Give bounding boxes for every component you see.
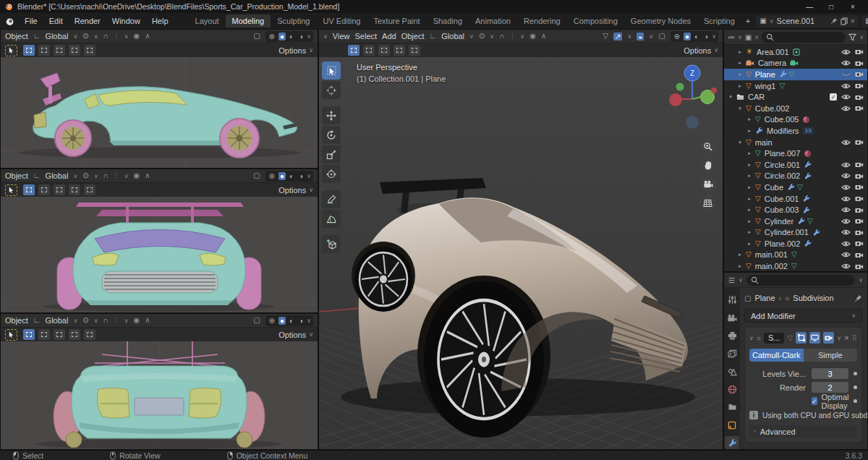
viewport-side[interactable]: Object ∟Global∨⊙∨ ∩⋮∨ ◉∧ ▢ ⊕ ● ◐ ◑ ∨ Opt… — [0, 29, 318, 169]
snap-options-icon[interactable]: ⋮ — [114, 33, 119, 39]
optimal-display-checkbox[interactable]: ✓ — [812, 397, 817, 405]
eye-icon[interactable] — [841, 184, 851, 191]
xray-toggle-icon[interactable]: ▢ — [253, 172, 260, 179]
outliner-item-cylinder.001[interactable]: ▸ ▽Cylinder.001 — [724, 227, 867, 239]
outliner-item-cube.005[interactable]: ▸ ▽Cube.005 — [724, 114, 867, 126]
render-visibility-icon[interactable] — [855, 229, 864, 236]
nav-pan-hand-button[interactable] — [699, 157, 716, 174]
xray-toggle-icon[interactable]: ▢ — [658, 33, 665, 40]
pivot-point-icon[interactable]: ⊙ — [479, 33, 485, 40]
properties-tab-render[interactable] — [725, 312, 739, 325]
snap-magnet-icon[interactable]: ∩ — [103, 172, 109, 179]
expand-arrow-icon[interactable]: ▸ — [736, 263, 744, 269]
nav-camera-view-button[interactable] — [699, 176, 716, 192]
add-modifier-button[interactable]: Add Modifier ∨ — [744, 309, 862, 323]
expand-arrow-icon[interactable]: ▸ — [746, 116, 753, 122]
navigation-gizmo[interactable]: Z — [666, 61, 718, 134]
snap-magnet-icon[interactable]: ∩ — [103, 317, 109, 324]
select-mode-extend[interactable] — [38, 45, 50, 56]
outliner-item-cube.002[interactable]: ▾ ▽Cube.002 — [724, 103, 867, 114]
render-visibility-icon[interactable] — [855, 60, 864, 67]
outliner-item-cube[interactable]: ▸ ▽Cube ▽ — [724, 182, 867, 193]
mode-dropdown[interactable]: Object — [5, 316, 28, 325]
eye-icon[interactable] — [841, 161, 851, 169]
proportional-edit-icon[interactable]: ◉ — [529, 33, 536, 40]
pivot-point-icon[interactable]: ⊙ — [82, 317, 88, 324]
workspace-tab-texture-paint[interactable]: Texture Paint — [367, 14, 426, 27]
animate-dot[interactable] — [854, 372, 857, 375]
shading-material-icon[interactable]: ◐ — [288, 317, 295, 325]
select-mode-subtract[interactable] — [378, 45, 390, 56]
active-tool-icon[interactable] — [5, 45, 17, 56]
select-mode-intersect[interactable] — [409, 45, 420, 56]
maximize-button[interactable]: □ — [820, 3, 842, 11]
add-workspace-button[interactable]: + — [741, 14, 754, 27]
properties-tab-output[interactable] — [725, 329, 739, 342]
options-dropdown[interactable]: Options — [278, 46, 306, 55]
outliner-item-circle.001[interactable]: ▸ ▽Circle.001 — [724, 159, 867, 171]
show-gizmo-icon[interactable]: ▽ — [603, 33, 608, 40]
render-visibility-icon[interactable] — [855, 195, 864, 202]
viewport-menu-add[interactable]: Add — [382, 32, 396, 41]
render-visibility-icon[interactable] — [855, 71, 864, 77]
expand-arrow-icon[interactable]: ▸ — [746, 184, 753, 190]
options-dropdown[interactable]: Options — [684, 46, 711, 55]
shading-wireframe-icon[interactable]: ⊕ — [268, 33, 276, 41]
workspace-tab-shading[interactable]: Shading — [427, 14, 469, 27]
render-visibility-icon[interactable] — [855, 252, 864, 258]
expand-arrow-icon[interactable]: ▾ — [727, 94, 734, 100]
expand-arrow-icon[interactable]: ▸ — [746, 196, 753, 202]
outliner-item-main[interactable]: ▾ ▽main — [724, 137, 867, 148]
mode-dropdown[interactable]: Object — [5, 32, 28, 41]
properties-tab-view-layer[interactable] — [725, 347, 739, 360]
levels-viewport-field[interactable]: 3 — [812, 368, 848, 379]
viewport-menu-view[interactable]: View — [333, 32, 350, 41]
workspace-tab-compositing[interactable]: Compositing — [567, 14, 624, 27]
outliner-item-plane.002[interactable]: ▸ ▽Plane.002 — [724, 238, 867, 250]
expand-arrow-icon[interactable]: ▸ — [736, 83, 744, 89]
simple-button[interactable]: Simple — [804, 349, 858, 362]
orientation-dropdown[interactable]: Global — [46, 316, 69, 325]
outliner-item-modifiers[interactable]: ▸ Modifiers 13 — [724, 125, 867, 137]
menu-window[interactable]: Window — [106, 14, 146, 27]
shading-solid-icon[interactable]: ● — [278, 172, 286, 180]
on-cage-toggle-icon[interactable]: ▽ — [787, 334, 793, 342]
expand-arrow-icon[interactable]: ▸ — [746, 207, 753, 213]
eye-icon[interactable] — [841, 218, 851, 225]
eye-icon[interactable] — [841, 82, 851, 90]
edit-mode-toggle-icon[interactable] — [796, 332, 807, 344]
tool-rotate[interactable] — [322, 126, 341, 144]
proportional-edit-icon[interactable]: ◉ — [134, 317, 140, 324]
shading-solid-icon[interactable]: ● — [278, 317, 286, 325]
advanced-subpanel[interactable]: › Advanced — [749, 425, 857, 438]
options-dropdown[interactable]: Options — [278, 331, 306, 339]
eye-icon[interactable] — [841, 251, 851, 258]
snap-magnet-icon[interactable]: ∩ — [499, 33, 504, 40]
select-mode-invert[interactable] — [69, 45, 80, 56]
eye-icon[interactable] — [841, 229, 851, 236]
eye-icon[interactable] — [841, 206, 851, 213]
render-visibility-icon[interactable] — [855, 105, 864, 111]
xray-toggle-icon[interactable]: ▢ — [253, 33, 260, 40]
shading-wireframe-icon[interactable]: ⊕ — [673, 33, 681, 41]
select-mode-intersect[interactable] — [84, 329, 95, 340]
render-visibility-icon[interactable] — [855, 207, 864, 213]
render-visibility-icon[interactable] — [855, 94, 864, 101]
outliner-item-plane[interactable]: ▸ ▽Plane ▽ — [724, 69, 867, 80]
expand-arrow-icon[interactable]: ▸ — [746, 162, 753, 168]
shading-rendered-icon[interactable]: ◑ — [297, 172, 305, 180]
xray-toggle-icon[interactable]: ▢ — [253, 317, 260, 324]
copy-scene-icon[interactable] — [841, 17, 848, 25]
shading-material-icon[interactable]: ◐ — [288, 172, 295, 180]
expand-arrow-icon[interactable]: ▸ — [746, 218, 753, 224]
close-button[interactable]: × — [842, 3, 864, 11]
outliner-filter-mode-icon[interactable]: ▣ — [745, 33, 752, 41]
shading-rendered-icon[interactable]: ◑ — [297, 317, 305, 325]
viewport-rear[interactable]: Object ∟Global∨⊙∨ ∩⋮∨ ◉∧ ▢ ⊕ ● ◐ ◑ ∨ Opt… — [0, 313, 318, 450]
select-mode-subtract[interactable] — [54, 184, 65, 195]
shading-material-icon[interactable]: ◐ — [288, 33, 295, 41]
proportional-edit-icon[interactable]: ◉ — [134, 33, 140, 40]
select-mode-invert[interactable] — [69, 329, 80, 340]
workspace-tab-layout[interactable]: Layout — [189, 14, 226, 27]
eye-closed-icon[interactable] — [841, 71, 851, 78]
